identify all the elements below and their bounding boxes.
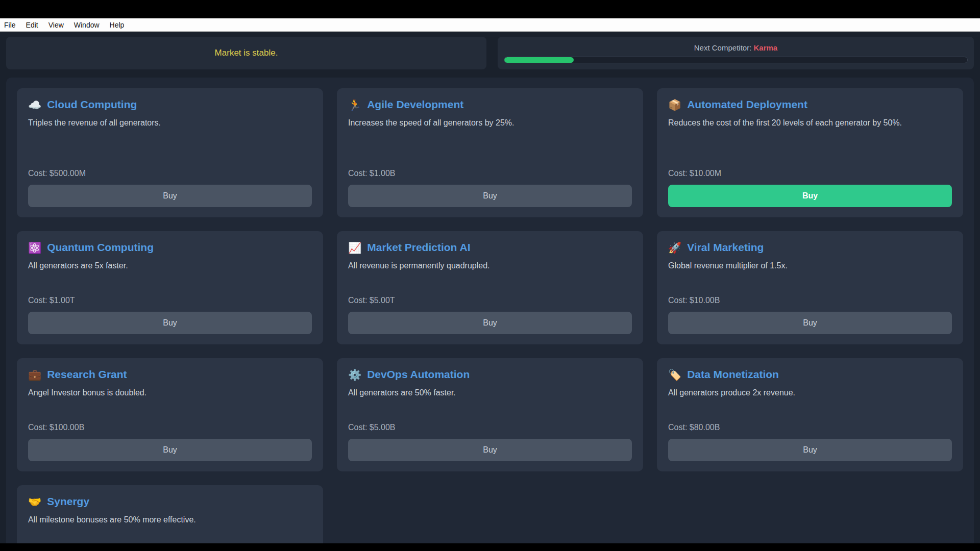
upgrade-title: Synergy xyxy=(47,495,89,508)
upgrade-title: Automated Deployment xyxy=(687,98,807,111)
bottom-black-bar xyxy=(0,543,980,551)
upgrade-description: Triples the revenue of all generators. xyxy=(28,117,312,130)
upgrades-panel: ☁️ Cloud Computing Triples the revenue o… xyxy=(6,78,974,551)
upgrade-description: Increases the speed of all generators by… xyxy=(348,117,632,130)
buy-button[interactable]: Buy xyxy=(348,312,632,334)
upgrade-title: Market Prediction AI xyxy=(367,241,470,254)
status-row: Market is stable. Next Competitor: Karma xyxy=(6,37,974,69)
competitor-panel: Next Competitor: Karma xyxy=(498,37,974,69)
upgrade-header: 📈 Market Prediction AI xyxy=(348,241,632,254)
upgrade-title: DevOps Automation xyxy=(367,368,470,381)
menu-view[interactable]: View xyxy=(48,21,64,29)
gear-icon: ⚙️ xyxy=(348,369,361,380)
upgrade-title: Agile Development xyxy=(367,98,463,111)
upgrade-cost: Cost: $10.00M xyxy=(668,169,952,178)
upgrade-header: 💼 Research Grant xyxy=(28,368,312,381)
upgrade-header: 🏃 Agile Development xyxy=(348,98,632,111)
upgrade-card-data-monetization: 🏷️ Data Monetization All generators prod… xyxy=(657,358,963,471)
upgrades-grid: ☁️ Cloud Computing Triples the revenue o… xyxy=(17,88,963,551)
cloud-icon: ☁️ xyxy=(28,99,41,110)
market-status-text: Market is stable. xyxy=(215,48,278,58)
atom-icon: ⚛️ xyxy=(28,242,41,253)
competitor-label: Next Competitor: Karma xyxy=(504,43,968,52)
upgrade-title: Research Grant xyxy=(47,368,127,381)
upgrade-cost: Cost: $5.00B xyxy=(348,423,632,432)
buy-button[interactable]: Buy xyxy=(668,439,952,461)
upgrade-cost: Cost: $80.00B xyxy=(668,423,952,432)
upgrade-card-viral-marketing: 🚀 Viral Marketing Global revenue multipl… xyxy=(657,231,963,344)
upgrade-cost: Cost: $5.00T xyxy=(348,296,632,305)
upgrade-title: Quantum Computing xyxy=(47,241,154,254)
upgrade-description: All milestone bonuses are 50% more effec… xyxy=(28,514,312,527)
upgrade-description: All generators are 5x faster. xyxy=(28,260,312,272)
upgrade-card-research-grant: 💼 Research Grant Angel Investor bonus is… xyxy=(17,358,323,471)
buy-button[interactable]: Buy xyxy=(28,312,312,334)
competitor-progress-fill xyxy=(504,57,574,63)
chart-increasing-icon: 📈 xyxy=(348,242,361,253)
upgrade-card-market-prediction-ai: 📈 Market Prediction AI All revenue is pe… xyxy=(337,231,643,344)
upgrade-cost: Cost: $100.00B xyxy=(28,423,312,432)
briefcase-icon: 💼 xyxy=(28,369,41,380)
upgrade-cost: Cost: $500.00M xyxy=(28,169,312,178)
menu-help[interactable]: Help xyxy=(110,21,125,29)
upgrade-card-devops-automation: ⚙️ DevOps Automation All generators are … xyxy=(337,358,643,471)
upgrade-cost: Cost: $1.00T xyxy=(28,296,312,305)
buy-button[interactable]: Buy xyxy=(668,312,952,334)
buy-button[interactable]: Buy xyxy=(28,439,312,461)
upgrade-card-cloud-computing: ☁️ Cloud Computing Triples the revenue o… xyxy=(17,88,323,217)
tag-icon: 🏷️ xyxy=(668,369,681,380)
upgrade-description: All generators produce 2x revenue. xyxy=(668,387,952,399)
upgrade-title: Data Monetization xyxy=(687,368,779,381)
upgrade-header: 📦 Automated Deployment xyxy=(668,98,952,111)
upgrade-card-automated-deployment: 📦 Automated Deployment Reduces the cost … xyxy=(657,88,963,217)
upgrade-card-agile-development: 🏃 Agile Development Increases the speed … xyxy=(337,88,643,217)
upgrade-header: 🚀 Viral Marketing xyxy=(668,241,952,254)
upgrade-title: Cloud Computing xyxy=(47,98,137,111)
app-background: Market is stable. Next Competitor: Karma… xyxy=(0,32,980,551)
upgrade-card-quantum-computing: ⚛️ Quantum Computing All generators are … xyxy=(17,231,323,344)
upgrade-header: 🏷️ Data Monetization xyxy=(668,368,952,381)
upgrade-description: Angel Investor bonus is doubled. xyxy=(28,387,312,399)
upgrade-header: ☁️ Cloud Computing xyxy=(28,98,312,111)
menu-bar: File Edit View Window Help xyxy=(0,18,980,32)
buy-button[interactable]: Buy xyxy=(348,439,632,461)
upgrade-description: All revenue is permanently quadrupled. xyxy=(348,260,632,272)
upgrade-header: ⚙️ DevOps Automation xyxy=(348,368,632,381)
upgrade-cost: Cost: $1.00B xyxy=(348,169,632,178)
handshake-icon: 🤝 xyxy=(28,496,41,507)
runner-icon: 🏃 xyxy=(348,99,361,110)
upgrade-cost: Cost: $10.00B xyxy=(668,296,952,305)
menu-file[interactable]: File xyxy=(4,21,16,29)
menu-window[interactable]: Window xyxy=(74,21,100,29)
upgrade-header: 🤝 Synergy xyxy=(28,495,312,508)
market-status-panel: Market is stable. xyxy=(6,37,486,69)
upgrade-description: Reduces the cost of the first 20 levels … xyxy=(668,117,952,130)
top-black-bar xyxy=(0,0,980,18)
upgrade-description: Global revenue multiplier of 1.5x. xyxy=(668,260,952,272)
buy-button[interactable]: Buy xyxy=(28,185,312,207)
upgrade-description: All generators are 50% faster. xyxy=(348,387,632,399)
buy-button[interactable]: Buy xyxy=(348,185,632,207)
rocket-icon: 🚀 xyxy=(668,242,681,253)
competitor-label-prefix: Next Competitor: xyxy=(694,43,754,52)
buy-button[interactable]: Buy xyxy=(668,185,952,207)
upgrade-title: Viral Marketing xyxy=(687,241,764,254)
upgrade-card-synergy: 🤝 Synergy All milestone bonuses are 50% … xyxy=(17,485,323,551)
package-icon: 📦 xyxy=(668,99,681,110)
menu-edit[interactable]: Edit xyxy=(26,21,38,29)
competitor-progress-track xyxy=(504,57,968,63)
upgrade-header: ⚛️ Quantum Computing xyxy=(28,241,312,254)
competitor-name: Karma xyxy=(754,43,778,52)
